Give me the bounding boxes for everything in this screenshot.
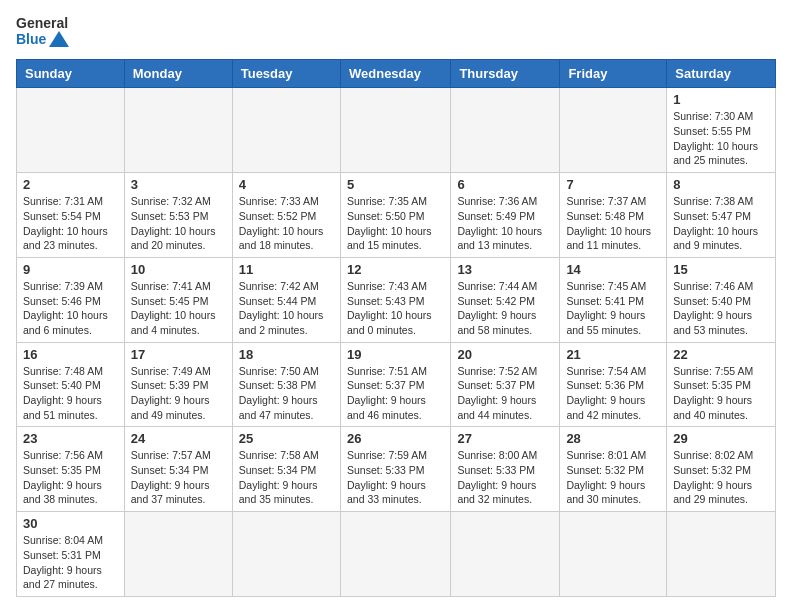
- logo-triangle-icon: [49, 31, 69, 47]
- weekday-header-wednesday: Wednesday: [340, 60, 450, 88]
- day-info: Sunrise: 7:58 AM Sunset: 5:34 PM Dayligh…: [239, 448, 334, 507]
- day-number: 13: [457, 262, 553, 277]
- calendar-day-cell: [560, 512, 667, 597]
- calendar-day-cell: 1Sunrise: 7:30 AM Sunset: 5:55 PM Daylig…: [667, 88, 776, 173]
- calendar-week-row: 30Sunrise: 8:04 AM Sunset: 5:31 PM Dayli…: [17, 512, 776, 597]
- day-number: 8: [673, 177, 769, 192]
- calendar-day-cell: 21Sunrise: 7:54 AM Sunset: 5:36 PM Dayli…: [560, 342, 667, 427]
- day-number: 6: [457, 177, 553, 192]
- day-info: Sunrise: 7:59 AM Sunset: 5:33 PM Dayligh…: [347, 448, 444, 507]
- weekday-header-monday: Monday: [124, 60, 232, 88]
- calendar-week-row: 23Sunrise: 7:56 AM Sunset: 5:35 PM Dayli…: [17, 427, 776, 512]
- calendar-day-cell: 28Sunrise: 8:01 AM Sunset: 5:32 PM Dayli…: [560, 427, 667, 512]
- calendar-day-cell: 25Sunrise: 7:58 AM Sunset: 5:34 PM Dayli…: [232, 427, 340, 512]
- weekday-header-tuesday: Tuesday: [232, 60, 340, 88]
- calendar-day-cell: [560, 88, 667, 173]
- day-info: Sunrise: 7:39 AM Sunset: 5:46 PM Dayligh…: [23, 279, 118, 338]
- day-info: Sunrise: 7:48 AM Sunset: 5:40 PM Dayligh…: [23, 364, 118, 423]
- day-info: Sunrise: 7:31 AM Sunset: 5:54 PM Dayligh…: [23, 194, 118, 253]
- day-number: 1: [673, 92, 769, 107]
- calendar-day-cell: 6Sunrise: 7:36 AM Sunset: 5:49 PM Daylig…: [451, 173, 560, 258]
- calendar-week-row: 16Sunrise: 7:48 AM Sunset: 5:40 PM Dayli…: [17, 342, 776, 427]
- day-info: Sunrise: 7:44 AM Sunset: 5:42 PM Dayligh…: [457, 279, 553, 338]
- day-number: 26: [347, 431, 444, 446]
- day-info: Sunrise: 7:52 AM Sunset: 5:37 PM Dayligh…: [457, 364, 553, 423]
- calendar-day-cell: 26Sunrise: 7:59 AM Sunset: 5:33 PM Dayli…: [340, 427, 450, 512]
- calendar-day-cell: 11Sunrise: 7:42 AM Sunset: 5:44 PM Dayli…: [232, 257, 340, 342]
- svg-marker-0: [49, 31, 69, 47]
- logo: General Blue: [16, 16, 69, 47]
- calendar-day-cell: [340, 512, 450, 597]
- calendar-day-cell: 29Sunrise: 8:02 AM Sunset: 5:32 PM Dayli…: [667, 427, 776, 512]
- day-number: 25: [239, 431, 334, 446]
- calendar-day-cell: 10Sunrise: 7:41 AM Sunset: 5:45 PM Dayli…: [124, 257, 232, 342]
- calendar-day-cell: 5Sunrise: 7:35 AM Sunset: 5:50 PM Daylig…: [340, 173, 450, 258]
- day-info: Sunrise: 7:38 AM Sunset: 5:47 PM Dayligh…: [673, 194, 769, 253]
- calendar-week-row: 2Sunrise: 7:31 AM Sunset: 5:54 PM Daylig…: [17, 173, 776, 258]
- day-number: 5: [347, 177, 444, 192]
- calendar-day-cell: 20Sunrise: 7:52 AM Sunset: 5:37 PM Dayli…: [451, 342, 560, 427]
- day-number: 15: [673, 262, 769, 277]
- day-info: Sunrise: 7:33 AM Sunset: 5:52 PM Dayligh…: [239, 194, 334, 253]
- logo-blue-text: Blue: [16, 31, 69, 47]
- day-number: 22: [673, 347, 769, 362]
- day-info: Sunrise: 8:01 AM Sunset: 5:32 PM Dayligh…: [566, 448, 660, 507]
- day-info: Sunrise: 7:51 AM Sunset: 5:37 PM Dayligh…: [347, 364, 444, 423]
- day-number: 10: [131, 262, 226, 277]
- calendar-day-cell: 19Sunrise: 7:51 AM Sunset: 5:37 PM Dayli…: [340, 342, 450, 427]
- calendar-day-cell: [667, 512, 776, 597]
- calendar-day-cell: 2Sunrise: 7:31 AM Sunset: 5:54 PM Daylig…: [17, 173, 125, 258]
- calendar-day-cell: 4Sunrise: 7:33 AM Sunset: 5:52 PM Daylig…: [232, 173, 340, 258]
- day-number: 11: [239, 262, 334, 277]
- calendar-day-cell: 13Sunrise: 7:44 AM Sunset: 5:42 PM Dayli…: [451, 257, 560, 342]
- calendar-day-cell: [451, 512, 560, 597]
- day-info: Sunrise: 8:02 AM Sunset: 5:32 PM Dayligh…: [673, 448, 769, 507]
- calendar-day-cell: 23Sunrise: 7:56 AM Sunset: 5:35 PM Dayli…: [17, 427, 125, 512]
- calendar-day-cell: [232, 88, 340, 173]
- day-info: Sunrise: 7:42 AM Sunset: 5:44 PM Dayligh…: [239, 279, 334, 338]
- calendar-day-cell: 27Sunrise: 8:00 AM Sunset: 5:33 PM Dayli…: [451, 427, 560, 512]
- calendar-week-row: 9Sunrise: 7:39 AM Sunset: 5:46 PM Daylig…: [17, 257, 776, 342]
- day-info: Sunrise: 7:41 AM Sunset: 5:45 PM Dayligh…: [131, 279, 226, 338]
- day-number: 9: [23, 262, 118, 277]
- calendar-day-cell: 14Sunrise: 7:45 AM Sunset: 5:41 PM Dayli…: [560, 257, 667, 342]
- day-info: Sunrise: 7:55 AM Sunset: 5:35 PM Dayligh…: [673, 364, 769, 423]
- day-number: 20: [457, 347, 553, 362]
- calendar-day-cell: 3Sunrise: 7:32 AM Sunset: 5:53 PM Daylig…: [124, 173, 232, 258]
- day-info: Sunrise: 7:32 AM Sunset: 5:53 PM Dayligh…: [131, 194, 226, 253]
- day-number: 19: [347, 347, 444, 362]
- calendar-day-cell: 18Sunrise: 7:50 AM Sunset: 5:38 PM Dayli…: [232, 342, 340, 427]
- day-info: Sunrise: 7:54 AM Sunset: 5:36 PM Dayligh…: [566, 364, 660, 423]
- day-info: Sunrise: 7:37 AM Sunset: 5:48 PM Dayligh…: [566, 194, 660, 253]
- calendar-day-cell: [124, 88, 232, 173]
- day-info: Sunrise: 7:49 AM Sunset: 5:39 PM Dayligh…: [131, 364, 226, 423]
- day-number: 16: [23, 347, 118, 362]
- day-info: Sunrise: 7:35 AM Sunset: 5:50 PM Dayligh…: [347, 194, 444, 253]
- day-info: Sunrise: 7:50 AM Sunset: 5:38 PM Dayligh…: [239, 364, 334, 423]
- day-info: Sunrise: 7:57 AM Sunset: 5:34 PM Dayligh…: [131, 448, 226, 507]
- calendar-day-cell: [340, 88, 450, 173]
- day-info: Sunrise: 8:00 AM Sunset: 5:33 PM Dayligh…: [457, 448, 553, 507]
- day-number: 14: [566, 262, 660, 277]
- day-number: 21: [566, 347, 660, 362]
- day-number: 2: [23, 177, 118, 192]
- day-info: Sunrise: 7:30 AM Sunset: 5:55 PM Dayligh…: [673, 109, 769, 168]
- day-info: Sunrise: 8:04 AM Sunset: 5:31 PM Dayligh…: [23, 533, 118, 592]
- weekday-header-saturday: Saturday: [667, 60, 776, 88]
- day-number: 17: [131, 347, 226, 362]
- calendar-day-cell: 16Sunrise: 7:48 AM Sunset: 5:40 PM Dayli…: [17, 342, 125, 427]
- day-number: 27: [457, 431, 553, 446]
- page-header: General Blue: [16, 16, 776, 47]
- day-info: Sunrise: 7:36 AM Sunset: 5:49 PM Dayligh…: [457, 194, 553, 253]
- logo-general-text: General: [16, 16, 69, 31]
- weekday-header-sunday: Sunday: [17, 60, 125, 88]
- calendar-day-cell: 22Sunrise: 7:55 AM Sunset: 5:35 PM Dayli…: [667, 342, 776, 427]
- day-info: Sunrise: 7:46 AM Sunset: 5:40 PM Dayligh…: [673, 279, 769, 338]
- calendar-day-cell: [124, 512, 232, 597]
- calendar-day-cell: 12Sunrise: 7:43 AM Sunset: 5:43 PM Dayli…: [340, 257, 450, 342]
- day-info: Sunrise: 7:56 AM Sunset: 5:35 PM Dayligh…: [23, 448, 118, 507]
- day-number: 28: [566, 431, 660, 446]
- weekday-header-row: SundayMondayTuesdayWednesdayThursdayFrid…: [17, 60, 776, 88]
- day-number: 3: [131, 177, 226, 192]
- weekday-header-thursday: Thursday: [451, 60, 560, 88]
